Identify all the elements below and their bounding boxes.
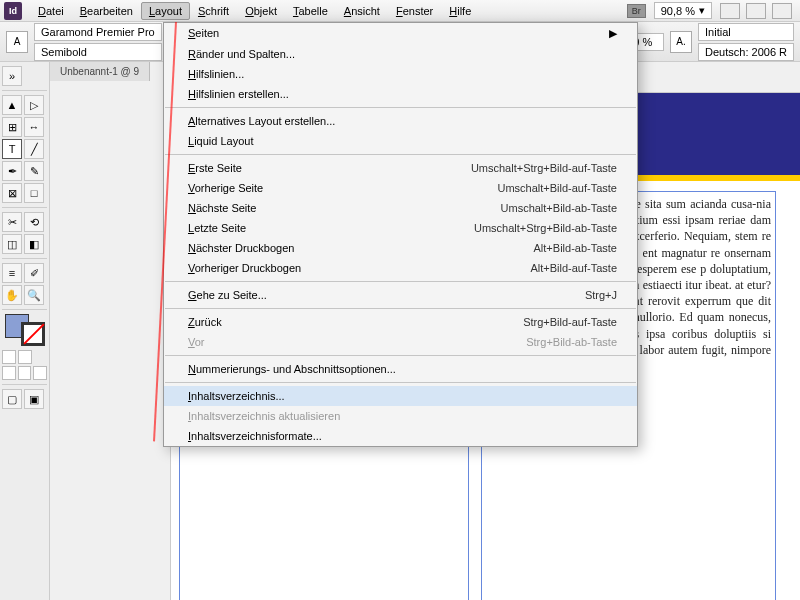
layout-menu-dropdown: Seiten▶Ränder und Spalten...Hilfslinien.…: [163, 22, 638, 447]
apply-color-icon[interactable]: [2, 366, 16, 380]
font-family-field[interactable]: Garamond Premier Pro: [34, 23, 162, 41]
menu-item-inhaltsverzeichnis-aktualisieren: Inhaltsverzeichnis aktualisieren: [164, 406, 637, 426]
eyedropper-tool[interactable]: ✐: [24, 263, 44, 283]
menu-item-nummerierungs-und-abschnittsoptionen[interactable]: Nummerierungs- und Abschnittsoptionen...: [164, 359, 637, 379]
menu-item-n-chster-druckbogen[interactable]: Nächster DruckbogenAlt+Bild-ab-Taste: [164, 238, 637, 258]
menu-item-r-nder-und-spalten[interactable]: Ränder und Spalten...: [164, 44, 637, 64]
pen-tool[interactable]: ✒: [2, 161, 22, 181]
note-tool[interactable]: ≡: [2, 263, 22, 283]
menu-item-inhaltsverzeichnisformate[interactable]: Inhaltsverzeichnisformate...: [164, 426, 637, 446]
line-tool[interactable]: ╱: [24, 139, 44, 159]
menu-schrift[interactable]: Schrift: [190, 2, 237, 20]
tools-panel: » ▲ ▷ ⊞ ↔ T ╱ ✒ ✎ ⊠ □ ✂ ⟲ ◫ ◧: [0, 62, 50, 600]
menu-item-vor: VorStrg+Bild-ab-Taste: [164, 332, 637, 352]
page-tool[interactable]: ⊞: [2, 117, 22, 137]
shortcut-label: Alt+Bild-auf-Taste: [530, 262, 617, 274]
menu-separator: [165, 107, 636, 108]
char-style-field[interactable]: Initial: [698, 23, 794, 41]
menu-item-gehe-zu-seite[interactable]: Gehe zu Seite...Strg+J: [164, 285, 637, 305]
swatch-area: [2, 314, 47, 380]
pencil-tool[interactable]: ✎: [24, 161, 44, 181]
submenu-arrow-icon: ▶: [609, 27, 617, 40]
font-weight-field[interactable]: Semibold: [34, 43, 162, 61]
document-tab[interactable]: Unbenannt-1 @ 9: [50, 62, 150, 81]
shortcut-label: Umschalt+Strg+Bild-auf-Taste: [471, 162, 617, 174]
menu-tabelle[interactable]: Tabelle: [285, 2, 336, 20]
format-text-icon[interactable]: [18, 350, 32, 364]
menu-item-letzte-seite[interactable]: Letzte SeiteUmschalt+Strg+Bild-ab-Taste: [164, 218, 637, 238]
type-tool[interactable]: T: [2, 139, 22, 159]
shortcut-label: Alt+Bild-ab-Taste: [534, 242, 617, 254]
format-container-icon[interactable]: [2, 350, 16, 364]
zoom-field[interactable]: 90,8 % ▾: [654, 2, 712, 19]
screen-mode-icon[interactable]: [746, 3, 766, 19]
menu-layout[interactable]: Layout: [141, 2, 190, 20]
stroke-swatch[interactable]: [21, 322, 45, 346]
view-mode-preview[interactable]: ▣: [24, 389, 44, 409]
char-style-icon[interactable]: A.: [670, 31, 692, 53]
menu-item-erste-seite[interactable]: Erste SeiteUmschalt+Strg+Bild-auf-Taste: [164, 158, 637, 178]
direct-selection-tool[interactable]: ▷: [24, 95, 44, 115]
menu-separator: [165, 308, 636, 309]
menu-item-alternatives-layout-erstellen[interactable]: Alternatives Layout erstellen...: [164, 111, 637, 131]
shortcut-label: Umschalt+Bild-ab-Taste: [501, 202, 617, 214]
zoom-tool[interactable]: 🔍: [24, 285, 44, 305]
shortcut-label: Strg+Bild-ab-Taste: [526, 336, 617, 348]
menu-item-n-chste-seite[interactable]: Nächste SeiteUmschalt+Bild-ab-Taste: [164, 198, 637, 218]
menu-separator: [165, 281, 636, 282]
shortcut-label: Umschalt+Bild-auf-Taste: [497, 182, 617, 194]
chevron-down-icon: ▾: [699, 4, 705, 17]
selection-tool[interactable]: ▲: [2, 95, 22, 115]
arrange-icon[interactable]: [772, 3, 792, 19]
rectangle-frame-tool[interactable]: ⊠: [2, 183, 22, 203]
menu-objekt[interactable]: Objekt: [237, 2, 285, 20]
menu-item-hilfslinien[interactable]: Hilfslinien...: [164, 64, 637, 84]
hand-tool[interactable]: ✋: [2, 285, 22, 305]
gradient-swatch-tool[interactable]: ◫: [2, 234, 22, 254]
scissors-tool[interactable]: ✂: [2, 212, 22, 232]
shortcut-label: Strg+J: [585, 289, 617, 301]
menu-item-vorheriger-druckbogen[interactable]: Vorheriger DruckbogenAlt+Bild-auf-Taste: [164, 258, 637, 278]
menu-separator: [165, 382, 636, 383]
menu-hilfe[interactable]: Hilfe: [441, 2, 479, 20]
language-field[interactable]: Deutsch: 2006 R: [698, 43, 794, 61]
arrow-double-icon[interactable]: »: [2, 66, 22, 86]
menu-bearbeiten[interactable]: Bearbeiten: [72, 2, 141, 20]
menu-separator: [165, 355, 636, 356]
rectangle-tool[interactable]: □: [24, 183, 44, 203]
menu-datei[interactable]: Datei: [30, 2, 72, 20]
view-mode-normal[interactable]: ▢: [2, 389, 22, 409]
gap-tool[interactable]: ↔: [24, 117, 44, 137]
char-format-toggle[interactable]: A: [6, 31, 28, 53]
shortcut-label: Umschalt+Strg+Bild-ab-Taste: [474, 222, 617, 234]
menu-item-inhaltsverzeichnis[interactable]: Inhaltsverzeichnis...: [164, 386, 637, 406]
apply-gradient-icon[interactable]: [18, 366, 32, 380]
menu-fenster[interactable]: Fenster: [388, 2, 441, 20]
menu-item-hilfslinien-erstellen[interactable]: Hilfslinien erstellen...: [164, 84, 637, 104]
menu-item-zur-ck[interactable]: ZurückStrg+Bild-auf-Taste: [164, 312, 637, 332]
app-logo: Id: [4, 2, 22, 20]
menu-item-liquid-layout[interactable]: Liquid Layout: [164, 131, 637, 151]
menu-separator: [165, 154, 636, 155]
apply-none-icon[interactable]: [33, 366, 47, 380]
view-options-icon[interactable]: [720, 3, 740, 19]
menu-item-vorherige-seite[interactable]: Vorherige SeiteUmschalt+Bild-auf-Taste: [164, 178, 637, 198]
menubar: Id DateiBearbeitenLayoutSchriftObjektTab…: [0, 0, 800, 22]
menu-ansicht[interactable]: Ansicht: [336, 2, 388, 20]
menu-item-seiten[interactable]: Seiten▶: [164, 23, 637, 44]
bridge-badge[interactable]: Br: [627, 4, 646, 18]
zoom-value: 90,8 %: [661, 5, 695, 17]
transform-tool[interactable]: ⟲: [24, 212, 44, 232]
shortcut-label: Strg+Bild-auf-Taste: [523, 316, 617, 328]
gradient-feather-tool[interactable]: ◧: [24, 234, 44, 254]
